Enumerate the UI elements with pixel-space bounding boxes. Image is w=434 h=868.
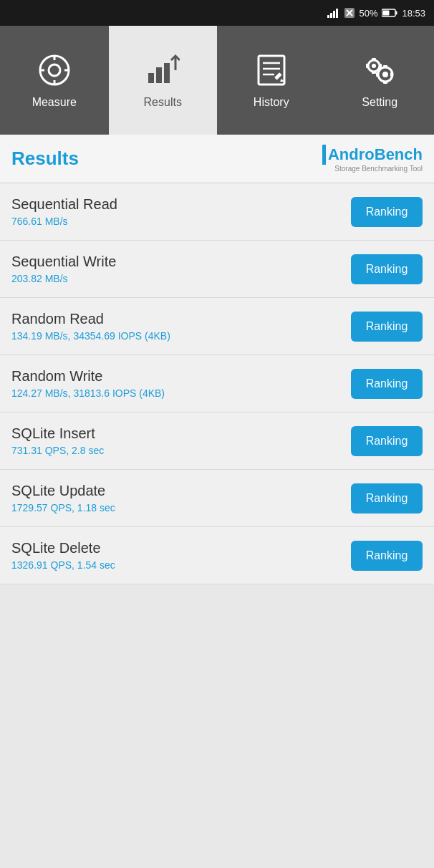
result-item: SQLite Update 1729.57 QPS, 1.18 sec Rank… bbox=[0, 470, 434, 527]
time-display: 18:53 bbox=[402, 8, 425, 19]
svg-rect-1 bbox=[330, 13, 332, 18]
result-info: SQLite Insert 731.31 QPS, 2.8 sec bbox=[11, 425, 351, 456]
result-name: Sequential Write bbox=[11, 254, 351, 270]
nav-item-measure[interactable]: Measure bbox=[0, 26, 109, 135]
svg-rect-0 bbox=[327, 15, 329, 18]
ranking-button-4[interactable]: Ranking bbox=[351, 426, 423, 456]
history-icon bbox=[253, 52, 290, 89]
svg-rect-16 bbox=[148, 73, 154, 83]
result-name: Random Write bbox=[11, 368, 351, 385]
svg-rect-33 bbox=[379, 64, 382, 68]
status-bar: 50% 18:53 bbox=[0, 0, 434, 26]
svg-rect-34 bbox=[383, 65, 387, 68]
svg-rect-36 bbox=[376, 72, 379, 77]
result-value: 731.31 QPS, 2.8 sec bbox=[11, 445, 351, 456]
nav-measure-label: Measure bbox=[32, 96, 77, 109]
ranking-button-5[interactable]: Ranking bbox=[351, 483, 423, 513]
result-name: Sequential Read bbox=[11, 196, 351, 213]
result-item: Sequential Write 203.82 MB/s Ranking bbox=[0, 241, 434, 298]
svg-rect-8 bbox=[396, 11, 397, 15]
result-value: 1729.57 QPS, 1.18 sec bbox=[11, 502, 351, 513]
svg-rect-18 bbox=[164, 63, 170, 83]
svg-rect-17 bbox=[156, 67, 162, 83]
ranking-button-6[interactable]: Ranking bbox=[351, 541, 423, 571]
nav-results-label: Results bbox=[144, 96, 182, 109]
result-info: Random Read 134.19 MB/s, 34354.69 IOPS (… bbox=[11, 311, 351, 342]
ranking-button-3[interactable]: Ranking bbox=[351, 369, 423, 399]
page-title: Results bbox=[11, 148, 79, 170]
results-list: Sequential Read 766.61 MB/s Ranking Sequ… bbox=[0, 183, 434, 584]
nav-bar: Measure Results bbox=[0, 26, 434, 135]
result-name: SQLite Insert bbox=[11, 425, 351, 442]
measure-icon bbox=[36, 52, 73, 89]
brand-tagline: Storage Benchmarking Tool bbox=[334, 165, 423, 173]
result-info: Sequential Read 766.61 MB/s bbox=[11, 196, 351, 227]
nav-item-setting[interactable]: Setting bbox=[326, 26, 435, 135]
result-info: Sequential Write 203.82 MB/s bbox=[11, 254, 351, 284]
results-header: Results AndroBench Storage Benchmarking … bbox=[0, 135, 434, 183]
battery-percent: 50% bbox=[359, 8, 377, 19]
nav-item-history[interactable]: History bbox=[217, 26, 326, 135]
svg-point-27 bbox=[372, 64, 376, 68]
result-value: 203.82 MB/s bbox=[11, 273, 351, 284]
svg-rect-3 bbox=[336, 9, 338, 18]
result-name: Random Read bbox=[11, 311, 351, 327]
nav-setting-label: Setting bbox=[362, 96, 397, 109]
ranking-button-0[interactable]: Ranking bbox=[351, 197, 423, 227]
result-name: SQLite Delete bbox=[11, 540, 351, 556]
svg-rect-2 bbox=[333, 11, 335, 18]
status-icons: 50% 18:53 bbox=[327, 8, 425, 19]
nav-item-results[interactable]: Results bbox=[109, 26, 218, 135]
result-item: Random Read 134.19 MB/s, 34354.69 IOPS (… bbox=[0, 298, 434, 355]
signal-icon bbox=[327, 8, 340, 18]
ranking-button-2[interactable]: Ranking bbox=[351, 312, 423, 342]
battery-icon bbox=[382, 9, 397, 17]
result-value: 1326.91 QPS, 1.54 sec bbox=[11, 559, 351, 571]
svg-rect-35 bbox=[383, 81, 387, 84]
svg-rect-9 bbox=[383, 11, 390, 16]
result-info: Random Write 124.27 MB/s, 31813.6 IOPS (… bbox=[11, 368, 351, 399]
brand-logo: AndroBench Storage Benchmarking Tool bbox=[322, 145, 423, 173]
svg-point-11 bbox=[49, 64, 60, 76]
brand-name: AndroBench bbox=[328, 145, 423, 164]
svg-rect-24 bbox=[274, 72, 282, 80]
result-item: SQLite Insert 731.31 QPS, 2.8 sec Rankin… bbox=[0, 413, 434, 470]
result-value: 766.61 MB/s bbox=[11, 216, 351, 227]
setting-icon bbox=[361, 52, 398, 89]
brand-accent bbox=[322, 145, 326, 165]
results-icon bbox=[144, 52, 181, 89]
svg-rect-37 bbox=[390, 72, 393, 77]
result-value: 124.27 MB/s, 31813.6 IOPS (4KB) bbox=[11, 387, 351, 399]
ranking-button-1[interactable]: Ranking bbox=[351, 254, 423, 284]
svg-rect-20 bbox=[259, 56, 284, 85]
result-info: SQLite Update 1729.57 QPS, 1.18 sec bbox=[11, 483, 351, 513]
x-icon bbox=[344, 8, 355, 18]
svg-rect-31 bbox=[372, 71, 376, 74]
result-item: SQLite Delete 1326.91 QPS, 1.54 sec Rank… bbox=[0, 527, 434, 584]
svg-rect-30 bbox=[372, 58, 376, 61]
result-info: SQLite Delete 1326.91 QPS, 1.54 sec bbox=[11, 540, 351, 571]
result-item: Sequential Read 766.61 MB/s Ranking bbox=[0, 183, 434, 241]
result-name: SQLite Update bbox=[11, 483, 351, 499]
result-item: Random Write 124.27 MB/s, 31813.6 IOPS (… bbox=[0, 355, 434, 413]
svg-point-29 bbox=[382, 72, 388, 77]
nav-history-label: History bbox=[254, 96, 289, 109]
empty-area bbox=[0, 584, 434, 799]
svg-rect-32 bbox=[366, 64, 369, 68]
result-value: 134.19 MB/s, 34354.69 IOPS (4KB) bbox=[11, 330, 351, 342]
